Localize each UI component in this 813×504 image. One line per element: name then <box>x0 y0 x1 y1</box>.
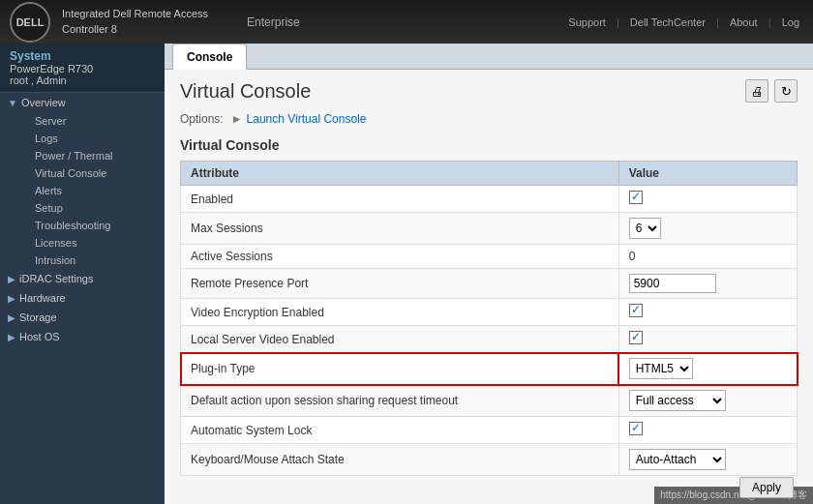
table-row: Keyboard/Mouse Attach State Auto-Attach <box>181 444 798 476</box>
support-link[interactable]: Support <box>568 16 606 28</box>
table-row-plugin-type: Plug-in Type HTML5 <box>181 353 798 385</box>
table-row: Remote Presence Port <box>181 269 798 299</box>
attr-enabled: Enabled <box>181 186 619 213</box>
sidebar-item-setup[interactable]: Setup <box>0 199 165 217</box>
attr-remote-presence-port: Remote Presence Port <box>181 269 619 299</box>
header-title: Integrated Dell Remote Access Controller… <box>62 7 208 37</box>
session-sharing-select[interactable]: Full access <box>629 390 726 411</box>
attr-video-encryption: Video Encryption Enabled <box>181 299 619 326</box>
main-content: Console Virtual Console 🖨 ↻ Options: ► L… <box>165 44 813 504</box>
system-model: PowerEdge R730 <box>10 63 155 74</box>
val-keyboard-mouse: Auto-Attach <box>618 444 797 476</box>
val-enabled <box>618 186 797 213</box>
val-plugin-type: HTML5 <box>618 353 797 385</box>
plugin-type-select[interactable]: HTML5 <box>629 358 693 379</box>
sidebar-item-intrusion[interactable]: Intrusion <box>0 252 165 269</box>
sidebar-item-logs[interactable]: Logs <box>0 130 165 147</box>
table-row: Video Encryption Enabled <box>181 299 798 326</box>
attr-auto-system-lock: Automatic System Lock <box>181 417 619 444</box>
val-remote-presence-port <box>618 269 797 299</box>
launch-virtual-console-link[interactable]: Launch Virtual Console <box>247 112 367 126</box>
attr-active-sessions: Active Sessions <box>181 245 619 269</box>
apply-button[interactable]: Apply <box>739 477 794 498</box>
dell-logo: DELL <box>10 2 50 43</box>
table-row: Automatic System Lock <box>181 417 798 444</box>
attr-local-server-video: Local Server Video Enabled <box>181 326 619 353</box>
val-max-sessions: 6 <box>618 213 797 245</box>
val-local-server-video <box>618 326 797 353</box>
sidebar-item-server[interactable]: Server <box>0 112 165 130</box>
idrac-expand-icon: ▶ <box>8 274 15 284</box>
dell-techcenter-link[interactable]: Dell TechCenter <box>630 16 706 28</box>
system-user: root , Admin <box>10 74 155 86</box>
layout: System PowerEdge R730 root , Admin ▼ Ove… <box>0 44 813 504</box>
sidebar-item-storage[interactable]: ▶ Storage <box>0 308 165 327</box>
log-link[interactable]: Log <box>782 16 799 28</box>
table-row: Default action upon session sharing requ… <box>181 385 798 417</box>
sidebar-item-alerts[interactable]: Alerts <box>0 182 165 199</box>
sidebar-item-host-os[interactable]: ▶ Host OS <box>0 327 165 346</box>
attr-session-sharing: Default action upon session sharing requ… <box>181 385 619 417</box>
header-links: Support | Dell TechCenter | About | Log <box>564 16 803 28</box>
header: DELL Integrated Dell Remote Access Contr… <box>0 0 813 44</box>
enabled-checkbox[interactable] <box>629 191 643 204</box>
table-row: Max Sessions 6 <box>181 213 798 245</box>
page-title: Virtual Console <box>180 80 311 103</box>
video-encryption-checkbox[interactable] <box>629 304 643 317</box>
tab-console[interactable]: Console <box>172 44 247 70</box>
hardware-expand-icon: ▶ <box>8 293 15 304</box>
sidebar-item-idrac-settings[interactable]: ▶ iDRAC Settings <box>0 269 165 288</box>
sidebar-item-power-thermal[interactable]: Power / Thermal <box>0 147 165 164</box>
breadcrumb-label: Options: <box>180 112 224 126</box>
keyboard-mouse-select[interactable]: Auto-Attach <box>629 449 726 470</box>
col-value: Value <box>618 162 797 186</box>
val-session-sharing: Full access <box>618 385 797 417</box>
val-auto-system-lock <box>618 417 797 444</box>
sidebar-item-hardware[interactable]: ▶ Hardware <box>0 288 165 308</box>
print-button[interactable]: 🖨 <box>745 79 768 103</box>
val-video-encryption <box>618 299 797 326</box>
sidebar: System PowerEdge R730 root , Admin ▼ Ove… <box>0 44 165 504</box>
content-area: Virtual Console 🖨 ↻ Options: ► Launch Vi… <box>165 70 813 486</box>
remote-presence-port-input[interactable] <box>629 274 716 293</box>
settings-table: Attribute Value Enabled Max Sessions <box>180 161 798 476</box>
refresh-button[interactable]: ↻ <box>774 79 798 103</box>
table-row: Local Server Video Enabled <box>181 326 798 353</box>
about-link[interactable]: About <box>730 16 758 28</box>
page-header: Virtual Console 🖨 ↻ <box>180 79 798 103</box>
auto-system-lock-checkbox[interactable] <box>629 422 643 435</box>
attr-plugin-type: Plug-in Type <box>181 353 619 385</box>
table-row: Active Sessions 0 <box>181 245 798 269</box>
sidebar-item-troubleshooting[interactable]: Troubleshooting <box>0 217 165 234</box>
local-server-video-checkbox[interactable] <box>629 331 643 344</box>
header-edition: Enterprise <box>227 15 300 29</box>
sidebar-item-overview[interactable]: ▼ Overview <box>0 93 165 112</box>
tab-bar: Console <box>165 44 813 70</box>
attr-max-sessions: Max Sessions <box>181 213 619 245</box>
storage-expand-icon: ▶ <box>8 312 15 323</box>
section-title: Virtual Console <box>180 137 798 153</box>
breadcrumb-arrow: ► <box>231 112 243 126</box>
page-actions: 🖨 ↻ <box>745 79 798 103</box>
overview-expand-icon: ▼ <box>8 98 17 108</box>
breadcrumb: Options: ► Launch Virtual Console <box>180 112 798 126</box>
host-os-expand-icon: ▶ <box>8 332 15 342</box>
system-info: System PowerEdge R730 root , Admin <box>0 44 165 93</box>
sidebar-item-virtual-console[interactable]: Virtual Console <box>0 164 165 182</box>
sidebar-item-licenses[interactable]: Licenses <box>0 234 165 252</box>
table-row: Enabled <box>181 186 798 213</box>
val-active-sessions: 0 <box>618 245 797 269</box>
system-label: System <box>10 49 155 63</box>
max-sessions-select[interactable]: 6 <box>629 218 661 239</box>
col-attribute: Attribute <box>181 162 619 186</box>
attr-keyboard-mouse: Keyboard/Mouse Attach State <box>181 444 619 476</box>
